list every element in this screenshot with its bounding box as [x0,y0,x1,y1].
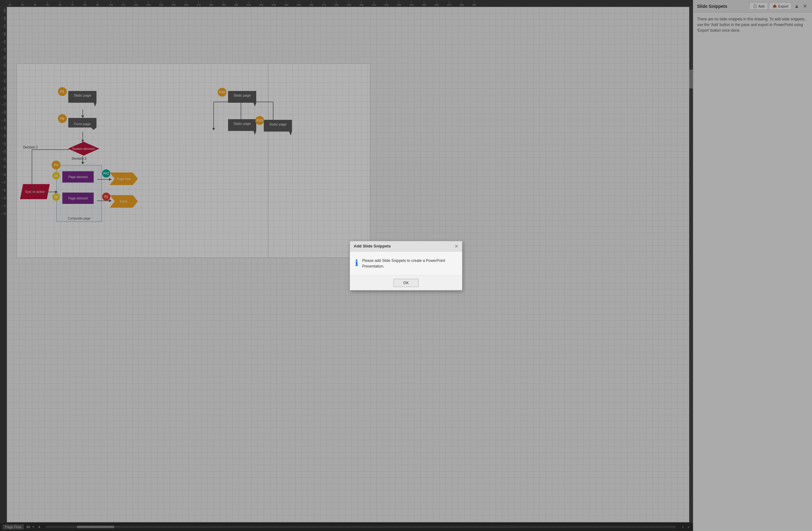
dialog-overlay[interactable]: Add Slide Snippets ✕ ℹ Please add Slide … [0,0,812,531]
dialog-title-bar: Add Slide Snippets ✕ [350,241,462,252]
dialog-info-icon: ℹ [355,258,358,268]
dialog-body: ℹ Please add Slide Snippets to create a … [350,252,462,275]
add-slide-snippets-dialog: Add Slide Snippets ✕ ℹ Please add Slide … [350,241,462,291]
dialog-message: Please add Slide Snippets to create a Po… [362,258,457,269]
dialog-ok-button[interactable]: OK [393,279,418,287]
dialog-title: Add Slide Snippets [354,244,391,248]
dialog-close-button[interactable]: ✕ [454,244,458,249]
dialog-footer: OK [350,275,462,290]
